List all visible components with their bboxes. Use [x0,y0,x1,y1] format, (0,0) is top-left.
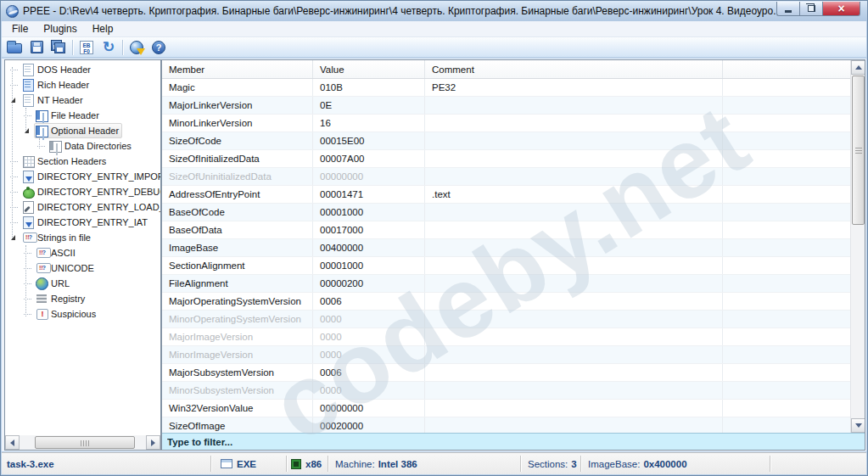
tree-expander-icon[interactable] [22,247,34,259]
member-cell: AddressOfEntryPoint [162,186,313,203]
scroll-left-button[interactable] [5,435,20,450]
restore-button[interactable] [799,2,822,16]
tree-item[interactable]: DIRECTORY_ENTRY_LOAD_CONFIG [5,199,160,215]
menu-item[interactable]: Plugins [36,22,84,36]
tree-item-body: UNICODE [34,260,98,276]
tree-item[interactable]: File Header [5,108,160,123]
comment-cell [425,132,723,149]
status-sections: Sections: 3 [521,453,580,474]
minimize-button[interactable] [776,2,799,16]
table-row[interactable]: SizeOfImage 00020000 [162,417,850,433]
table-row[interactable]: MinorImageVersion 0000 [162,346,850,364]
scroll-track[interactable] [20,435,146,450]
column-header-member[interactable]: Member [162,60,313,78]
table-row[interactable]: MajorSubsystemVersion 0006 [162,364,850,382]
toolbar-separator [122,40,123,55]
save-button[interactable] [25,38,48,57]
tree-expander-icon[interactable] [36,140,48,152]
table-row[interactable]: FileAlignment 00000200 [162,275,850,293]
scroll-down-button[interactable] [851,418,865,433]
tree-item[interactable]: Rich Header [5,77,160,92]
tree-expander-icon[interactable] [22,277,34,289]
table-row[interactable]: MajorImageVersion 0000 [162,328,850,346]
table-row[interactable]: SizeOfInitializedData 00007A00 [162,150,850,168]
column-header-value[interactable]: Value [313,60,425,78]
tree-expander-icon[interactable] [8,94,20,106]
table-body: Magic 010B PE32 MajorLinkerVersion 0E Mi… [162,79,850,433]
table-row[interactable]: Win32VersionValue 00000000 [162,400,850,417]
table-row[interactable]: BaseOfCode 00001000 [162,204,850,221]
tree-item[interactable]: URL [5,276,160,291]
table-row[interactable]: Magic 010B PE32 [162,79,850,97]
tree-item[interactable]: ASCII [5,245,160,260]
tree-item[interactable]: NT Header [5,92,160,108]
scroll-thumb[interactable] [35,436,135,449]
value-cell: 0000 [313,311,425,328]
tree-expander-icon[interactable] [8,201,20,213]
table-row[interactable]: MinorSubsystemVersion 0000 [162,382,850,400]
open-file-button[interactable] [3,38,25,57]
tree-item[interactable]: DIRECTORY_ENTRY_IAT [5,215,160,230]
table-row[interactable]: SectionAlignment 00001000 [162,257,850,275]
exe-file-icon [221,459,232,468]
tree-expander-icon[interactable] [22,262,34,274]
tree-item[interactable]: Data Directories [5,138,160,154]
menu-item-label: File [12,23,28,35]
member-cell: SizeOfUninitializedData [162,168,313,185]
filler-cell [723,346,850,363]
table-row[interactable]: SizeOfCode 00015E00 [162,132,850,150]
scroll-thumb[interactable] [852,76,865,225]
tree-item[interactable]: UNICODE [5,260,160,276]
close-button[interactable]: × [822,2,860,16]
menu-item[interactable]: File [4,22,36,36]
tree-item-label: File Header [50,110,99,120]
tree-expander-icon[interactable] [8,155,20,167]
tree-item[interactable]: DIRECTORY_ENTRY_DEBUG [5,184,160,199]
save-all-button[interactable] [48,38,70,57]
scroll-up-button[interactable] [851,60,865,75]
scroll-right-button[interactable] [146,435,160,450]
tree-expander-icon[interactable] [8,79,20,91]
online-lookup-button[interactable] [126,38,148,57]
tree-item[interactable]: Strings in file [5,230,160,245]
help-button[interactable]: ? [148,38,170,57]
tree-expander-icon[interactable] [22,293,34,305]
refresh-button[interactable]: ↻ [98,38,120,57]
table-row[interactable]: MajorOperatingSystemVersion 0006 [162,293,850,311]
tree-item[interactable]: Registry [5,291,160,306]
column-header-comment[interactable]: Comment [425,60,723,78]
table-row[interactable]: SizeOfUninitializedData 00000000 [162,168,850,186]
comment-cell: PE32 [425,79,723,96]
tree-expander-icon[interactable] [22,109,34,121]
member-cell: MajorSubsystemVersion [162,364,313,381]
tree-expander-icon[interactable] [8,232,20,244]
table-vertical-scrollbar[interactable] [850,60,865,433]
column-header-filler [723,60,850,78]
tree-item-label: Optional Header [50,126,119,136]
table-row[interactable]: AddressOfEntryPoint 00001471 .text [162,186,850,204]
structure-tree-panel: DOS Header Rich Header NT Header [4,59,161,451]
table-row[interactable]: BaseOfData 00017000 [162,221,850,239]
tree-expander-icon[interactable] [22,308,34,320]
tree-expander-icon[interactable] [8,171,20,182]
tree-item[interactable]: DOS Header [5,62,160,77]
tree-item[interactable]: Optional Header [5,123,160,138]
filter-input[interactable] [162,434,865,451]
tree-expander-icon[interactable] [22,125,34,137]
menu-item[interactable]: Help [85,22,121,36]
minimize-icon [785,10,792,13]
table-row[interactable]: MajorLinkerVersion 0E [162,97,850,115]
tree-expander-icon[interactable] [8,64,20,76]
tree-expander-icon[interactable] [8,216,20,228]
tree-item-body: Registry [34,291,88,306]
tree-item[interactable]: Suspicious [5,306,160,322]
tree-item[interactable]: DIRECTORY_ENTRY_IMPORT [5,169,160,184]
hex-editor-button[interactable]: EB F0 [76,38,98,57]
table-row[interactable]: MinorLinkerVersion 16 [162,115,850,132]
tree-horizontal-scrollbar[interactable] [5,435,160,450]
tree-item[interactable]: Section Headers [5,154,160,169]
value-cell: 00001000 [313,204,425,221]
tree-expander-icon[interactable] [8,186,20,198]
table-row[interactable]: MinorOperatingSystemVersion 0000 [162,311,850,328]
table-row[interactable]: ImageBase 00400000 [162,239,850,257]
